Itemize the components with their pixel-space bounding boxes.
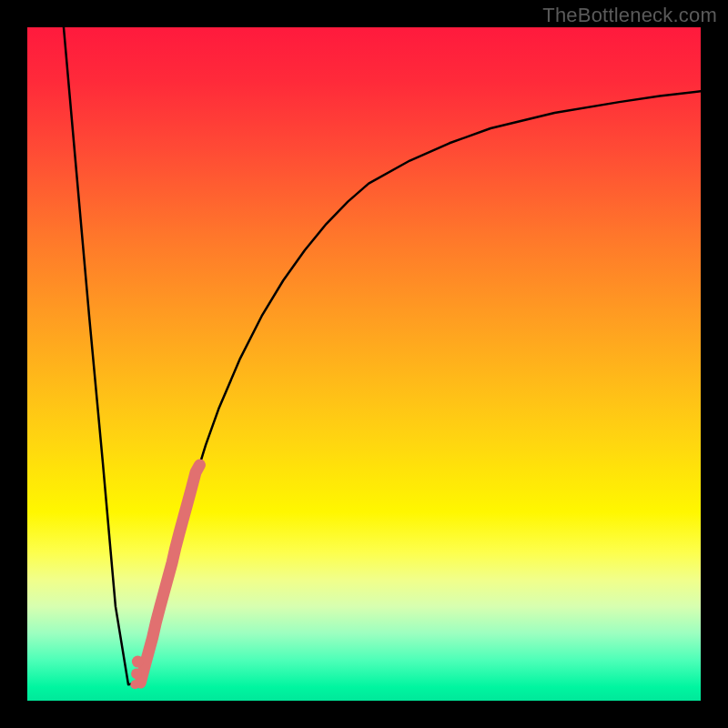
highlight-segment [140, 465, 199, 682]
highlight-dot [130, 680, 139, 689]
bottleneck-curve [64, 27, 701, 684]
chart-svg [27, 27, 701, 701]
plot-area [27, 27, 701, 701]
highlight-dot [131, 669, 142, 680]
highlight-dot [132, 656, 144, 668]
watermark-text: TheBottleneck.com [542, 4, 717, 27]
